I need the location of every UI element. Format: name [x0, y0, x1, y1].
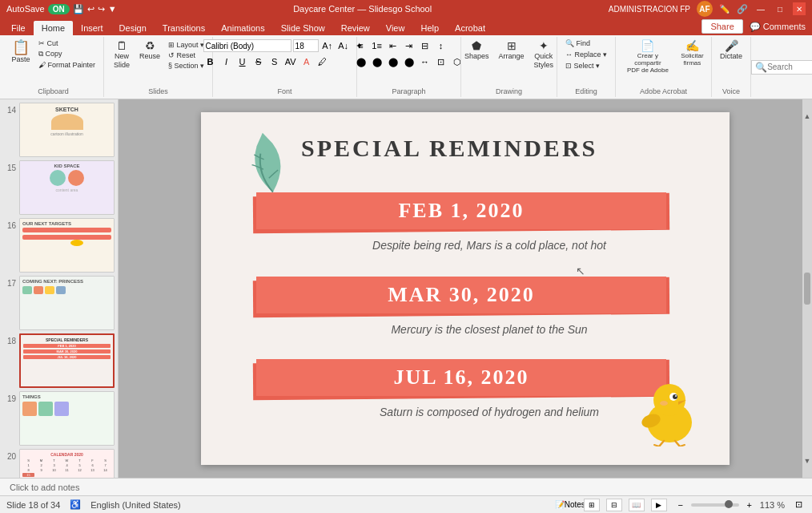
slide-thumbnail-18[interactable]: SPECIAL REMINDERS FEB 1, 2020 MAR 30, 20… [19, 333, 115, 388]
align-center-button[interactable]: ⬤ [370, 55, 384, 69]
scroll-thumb[interactable] [804, 273, 810, 305]
font-color-button[interactable]: A [299, 55, 314, 69]
slide-thumb-20: 20 CALENDAR 2020 SMTWTFS 1234567 8910111… [3, 449, 115, 478]
highlight-button[interactable]: 🖊 [316, 55, 330, 69]
admin-label: ADMINISTRACION FP [609, 5, 690, 14]
text-direction-button[interactable]: ↔ [418, 55, 432, 69]
slide-thumb-17: 17 COMING NEXT: PRINCESS [3, 276, 115, 330]
tab-insert[interactable]: Insert [73, 21, 111, 35]
notes-bar[interactable]: Click to add notes [0, 478, 812, 495]
save-icon[interactable]: 💾 [73, 4, 84, 14]
language: English (United States) [90, 500, 181, 510]
tab-transitions[interactable]: Transitions [155, 21, 213, 35]
ribbon-group-voice: 🎤 Dictate Voice [712, 37, 751, 97]
slide-thumbnail-15[interactable]: KID SPACE content area [19, 160, 115, 215]
svg-line-7 [659, 441, 664, 446]
search-box[interactable]: 🔍 [751, 60, 812, 75]
align-left-button[interactable]: ⬤ [354, 55, 368, 69]
numbering-button[interactable]: 1≡ [370, 38, 384, 53]
tab-acrobat[interactable]: Acrobat [447, 21, 493, 35]
line-spacing-button[interactable]: ↕ [434, 38, 448, 53]
zoom-out-button[interactable]: − [673, 498, 688, 512]
cut-button[interactable]: ✂ Cut [35, 38, 98, 48]
find-button[interactable]: 🔍 Find [562, 38, 593, 48]
normal-view-button[interactable]: ⊞ [584, 499, 600, 511]
copy-button[interactable]: ⧉ Copy [35, 49, 98, 59]
strikethrough-button[interactable]: S [251, 55, 266, 69]
slide-thumbnail-19[interactable]: THINGS [19, 391, 115, 446]
tab-animations[interactable]: Animations [213, 21, 272, 35]
microphone-icon: 🎤 [725, 40, 738, 51]
reuse-slide-button[interactable]: ♻ Reuse [136, 38, 163, 62]
scroll-down-button[interactable]: ▼ [804, 457, 811, 465]
section-button[interactable]: § Section ▾ [165, 61, 207, 71]
close-button[interactable]: ✕ [793, 2, 806, 15]
shadow-button[interactable]: S [267, 55, 282, 69]
font-size-input[interactable] [293, 39, 319, 52]
layout-button[interactable]: ⊞ Layout ▾ [165, 40, 207, 50]
slide-thumbnail-16[interactable]: OUR NEXT TARGETS [19, 218, 115, 273]
ribbon-group-editing: 🔍 Find ↔ Replace ▾ ⊡ Select ▾ Editing [557, 37, 616, 97]
notes-button[interactable]: 📝 Notes [563, 498, 577, 512]
font-increase-button[interactable]: A↑ [320, 38, 335, 53]
tab-slideshow[interactable]: Slide Show [273, 21, 333, 35]
shapes-button[interactable]: ⬟ Shapes [461, 38, 492, 62]
presentation-view-button[interactable]: ▶ [651, 499, 667, 511]
vertical-scrollbar[interactable]: ▲ ▼ [802, 99, 812, 478]
tab-help[interactable]: Help [412, 21, 447, 35]
pdf-icon: 📄 [641, 40, 654, 51]
reset-button[interactable]: ↺ Reset [165, 50, 207, 60]
dictate-button[interactable]: 🎤 Dictate [717, 38, 746, 62]
comments-button[interactable]: 💬 Comments [750, 22, 806, 32]
decrease-indent-button[interactable]: ⇤ [386, 38, 400, 53]
tab-file[interactable]: File [3, 21, 34, 35]
italic-button[interactable]: I [219, 55, 234, 69]
arrange-button[interactable]: ⊞ Arrange [496, 38, 528, 62]
bold-button[interactable]: B [203, 55, 218, 69]
justify-button[interactable]: ⬤ [402, 55, 416, 69]
underline-button[interactable]: U [235, 55, 250, 69]
restore-button[interactable]: □ [774, 2, 786, 15]
replace-button[interactable]: ↔ Replace ▾ [562, 50, 610, 59]
ribbon-tabs: File Home Insert Design Transitions Anim… [0, 18, 812, 35]
pen-icon[interactable]: ✏️ [719, 4, 730, 14]
zoom-slider[interactable] [691, 503, 739, 507]
quick-styles-button[interactable]: ✦ Quick Styles [531, 38, 557, 71]
svg-line-10 [675, 441, 680, 446]
tab-design[interactable]: Design [111, 21, 155, 35]
align-text-button[interactable]: ⊡ [434, 55, 448, 69]
request-signature-button[interactable]: ✍ Solicitarfirmas [678, 38, 706, 68]
font-name-input[interactable] [203, 39, 291, 52]
tab-review[interactable]: Review [333, 21, 378, 35]
increase-indent-button[interactable]: ⇥ [402, 38, 416, 53]
align-right-button[interactable]: ⬤ [386, 55, 400, 69]
autosave-toggle[interactable]: ON [48, 4, 70, 14]
scroll-up-button[interactable]: ▲ [804, 112, 811, 120]
slide-thumbnail-17[interactable]: COMING NEXT: PRINCESS [19, 276, 115, 330]
bullets-button[interactable]: ≡ [354, 38, 368, 53]
new-slide-button[interactable]: 🗒 New Slide [109, 38, 135, 71]
minimize-button[interactable]: — [754, 2, 767, 15]
char-spacing-button[interactable]: AV [283, 55, 298, 69]
undo-icon[interactable]: ↩ [87, 4, 94, 14]
slide-thumbnail-14[interactable]: SKETCH cartoon illustration [19, 103, 115, 157]
tab-home[interactable]: Home [34, 21, 73, 35]
customize-icon[interactable]: ▼ [108, 4, 117, 14]
share-button[interactable]: Share [701, 19, 742, 34]
format-painter-button[interactable]: 🖌 Format Painter [35, 60, 98, 70]
redo-icon[interactable]: ↪ [98, 4, 105, 14]
share-icon[interactable]: 🔗 [737, 4, 748, 14]
columns-button[interactable]: ⊟ [418, 38, 432, 53]
slide-thumbnail-20[interactable]: CALENDAR 2020 SMTWTFS 1234567 8910111213… [19, 449, 115, 478]
create-pdf-button[interactable]: 📄 Crear y compartirPDF de Adobe [621, 38, 675, 75]
font-decrease-button[interactable]: A↓ [336, 38, 351, 53]
reading-view-button[interactable]: 📖 [629, 499, 645, 511]
select-button[interactable]: ⊡ Select ▾ [562, 61, 603, 71]
search-input[interactable] [767, 63, 812, 71]
zoom-in-button[interactable]: + [742, 498, 757, 512]
paste-button[interactable]: 📋 Paste [8, 38, 34, 65]
slide-sorter-button[interactable]: ⊟ [606, 499, 622, 511]
slide-canvas[interactable]: SPECIAL REMINDERS FEB 1, 2020 Despite be… [201, 112, 730, 465]
fit-slide-button[interactable]: ⊡ [791, 498, 806, 512]
tab-view[interactable]: View [378, 21, 413, 35]
